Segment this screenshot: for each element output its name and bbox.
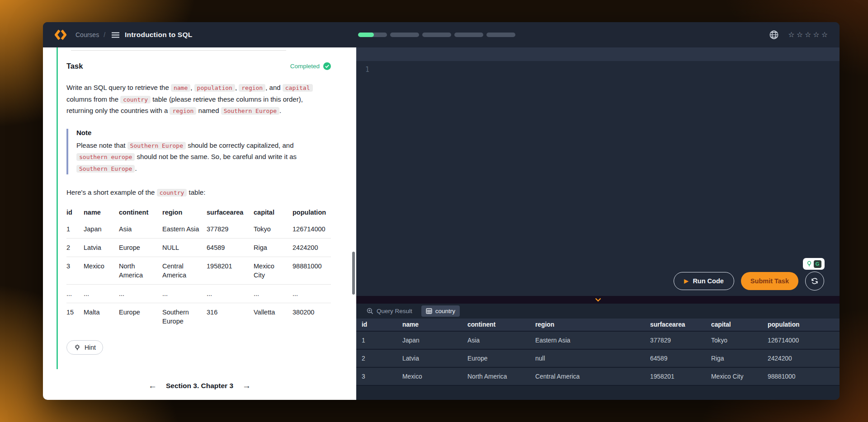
star-icon-2[interactable]: ☆ [797,31,803,38]
panel-divider [356,296,840,304]
hamburger-menu-icon[interactable] [112,32,119,38]
progress-bar-2[interactable] [390,33,419,37]
cell: Japan [84,220,119,239]
header-row: idnamecontinentregionsurfaceareacapitalp… [356,319,840,331]
hint-button[interactable]: Hint [66,340,103,355]
cell: 98881000 [768,367,840,385]
next-chapter-arrow-icon[interactable]: → [242,381,251,390]
column-header: continent [119,205,162,220]
globe-icon[interactable] [769,30,779,40]
breadcrumb-courses-link[interactable]: Courses [75,31,99,38]
cell: Mexico [84,257,119,285]
cell: Japan [402,331,467,349]
cell: Asia [119,220,162,239]
check-circle-icon [323,62,331,70]
cell: Europe [467,349,535,367]
query-result-table: idnamecontinentregionsurfaceareacapitalp… [356,319,840,386]
browser-extension-badge[interactable]: G [803,258,825,270]
progress-bar-5[interactable] [486,33,515,37]
cell: 64589 [207,239,254,257]
task-content: Task Completed Write an SQL query to ret… [66,47,331,355]
chapter-nav-label: Section 3. Chapter 3 [166,382,233,390]
reset-code-button[interactable] [805,272,824,291]
progress-bar-3[interactable] [422,33,451,37]
cell: Mexico City [711,367,768,385]
cell: Eastern Asia [162,220,207,239]
cell: North America [119,257,162,285]
star-icon-5[interactable]: ☆ [821,31,828,38]
completed-indicator-line [57,47,58,369]
chapter-navigation: ← Section 3. Chapter 3 → [43,381,356,390]
prev-chapter-arrow-icon[interactable]: ← [148,381,157,390]
cell: 377829 [207,220,254,239]
header-right-controls: ☆ ☆ ☆ ☆ ☆ [769,22,828,47]
cell: 3 [66,257,84,285]
inline-code-chip: region [170,107,196,115]
column-header: capital [254,205,292,220]
run-code-button[interactable]: ▶ Run Code [674,272,734,290]
progress-fill [358,33,374,37]
tab-query-result[interactable]: Query Result [362,305,417,317]
inline-code-chip: capital [283,84,313,92]
cell: 126714000 [768,331,840,349]
progress-bar-4[interactable] [454,33,483,37]
cell: 98881000 [292,257,331,285]
column-header: capital [711,319,768,331]
task-panel: Task Completed Write an SQL query to ret… [43,47,356,400]
main-split: Task Completed Write an SQL query to ret… [43,47,840,400]
cell: ... [207,285,254,303]
cell: 2424200 [292,239,331,257]
lightbulb-icon [74,344,81,351]
cell: ... [254,285,292,303]
cell: 15 [66,303,84,331]
cell: Europe [119,239,162,257]
column-header: surfacearea [207,205,254,220]
chevron-down-icon[interactable] [595,298,601,302]
column-header: continent [467,319,535,331]
submit-task-button[interactable]: Submit Task [741,272,798,290]
cell: Valletta [254,303,292,331]
star-icon-1[interactable]: ☆ [788,31,794,38]
cell: 1 [356,331,402,349]
cell: ... [162,285,207,303]
tab-country[interactable]: country [421,305,460,317]
app-logo-icon[interactable] [55,29,66,41]
cell: 1958201 [207,257,254,285]
status-badge: Completed [290,62,331,70]
cell: Central America [535,367,650,385]
results-tab-bar: Query Result country [356,304,840,319]
code-panel: 1 G ▶ Run Code Submit Task [356,47,840,400]
column-header: surfacearea [650,319,711,331]
column-header: name [84,205,119,220]
cell: Mexico [402,367,467,385]
code-editor[interactable]: 1 G ▶ Run Code Submit Task [356,61,840,296]
inline-code-chip: Southern Europe [76,165,135,173]
table-row: 3MexicoNorth AmericaCentral America19582… [66,257,331,285]
task-panel-scrollbar[interactable] [352,252,355,295]
cell: ... [66,285,84,303]
column-header: population [292,205,331,220]
editor-action-buttons: ▶ Run Code Submit Task [674,272,824,291]
cell: ... [84,285,119,303]
note-callout: Note Please note that Southern Europe sh… [66,129,331,175]
header-row: idnamecontinentregionsurfaceareacapitalp… [66,205,331,220]
cell: 126714000 [292,220,331,239]
cell: Mexico City [254,257,292,285]
cell: 2424200 [768,349,840,367]
column-header: id [356,319,402,331]
cell: 3 [356,367,402,385]
cell: Latvia [402,349,467,367]
progress-bar-1[interactable] [358,33,387,37]
cell: Central America [162,257,207,285]
inline-code-chip: country [120,96,151,103]
column-header: id [66,205,84,220]
cell: 1958201 [650,367,711,385]
star-icon-4[interactable]: ☆ [813,31,819,38]
breadcrumb-separator: / [104,31,105,38]
example-intro: Here's a short example of the country ta… [66,187,331,198]
run-code-label: Run Code [693,277,723,285]
inline-code-chip: Southern Europe [127,142,186,150]
table-row: 1JapanAsiaEastern Asia377829Tokyo1267140… [66,220,331,239]
star-icon-3[interactable]: ☆ [805,31,811,38]
app-header: Courses / Introduction to SQL [43,22,840,47]
